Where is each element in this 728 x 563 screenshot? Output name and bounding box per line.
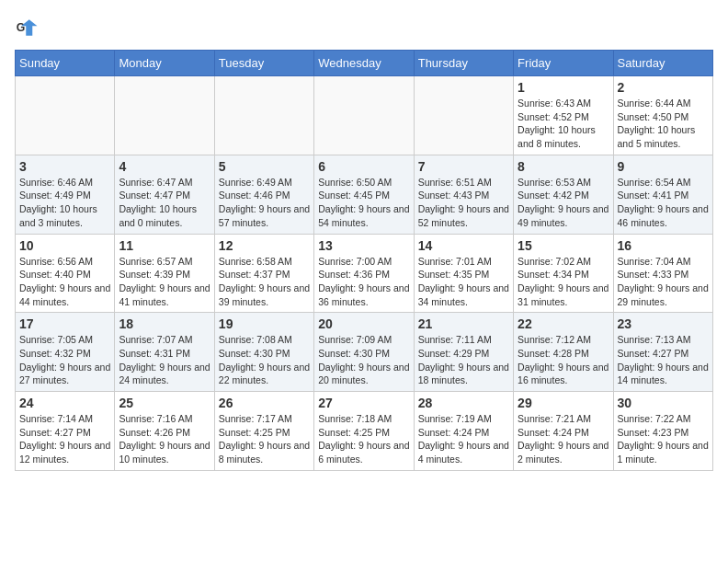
calendar-header-row: SundayMondayTuesdayWednesdayThursdayFrid…	[16, 51, 713, 76]
calendar-cell	[314, 76, 414, 155]
calendar-cell: 17Sunrise: 7:05 AM Sunset: 4:32 PM Dayli…	[16, 313, 115, 392]
day-number: 25	[119, 396, 210, 410]
calendar-cell: 6Sunrise: 6:50 AM Sunset: 4:45 PM Daylig…	[314, 155, 414, 234]
day-info: Sunrise: 6:54 AM Sunset: 4:41 PM Dayligh…	[618, 176, 709, 230]
day-number: 12	[219, 238, 310, 253]
day-number: 21	[418, 316, 509, 331]
day-info: Sunrise: 6:47 AM Sunset: 4:47 PM Dayligh…	[119, 176, 210, 230]
day-number: 17	[19, 316, 110, 331]
calendar-week-2: 3Sunrise: 6:46 AM Sunset: 4:49 PM Daylig…	[16, 155, 713, 234]
calendar-cell	[414, 76, 513, 155]
day-number: 3	[19, 159, 110, 174]
calendar-cell	[115, 76, 214, 155]
calendar-cell: 29Sunrise: 7:21 AM Sunset: 4:24 PM Dayli…	[514, 392, 613, 471]
day-number: 4	[119, 159, 210, 174]
calendar-body: 1Sunrise: 6:43 AM Sunset: 4:52 PM Daylig…	[16, 76, 713, 471]
day-number: 23	[618, 316, 709, 331]
day-number: 1	[518, 80, 609, 95]
logo-icon: G	[15, 15, 40, 40]
col-header-tuesday: Tuesday	[214, 51, 313, 76]
day-info: Sunrise: 7:00 AM Sunset: 4:36 PM Dayligh…	[318, 255, 409, 309]
day-number: 27	[318, 396, 409, 410]
day-number: 24	[19, 396, 110, 410]
day-info: Sunrise: 7:01 AM Sunset: 4:35 PM Dayligh…	[418, 255, 509, 309]
calendar-cell: 14Sunrise: 7:01 AM Sunset: 4:35 PM Dayli…	[414, 234, 513, 313]
day-number: 18	[119, 316, 210, 331]
day-info: Sunrise: 7:07 AM Sunset: 4:31 PM Dayligh…	[119, 333, 210, 387]
calendar-cell: 22Sunrise: 7:12 AM Sunset: 4:28 PM Dayli…	[514, 313, 613, 392]
calendar-cell: 15Sunrise: 7:02 AM Sunset: 4:34 PM Dayli…	[514, 234, 613, 313]
day-info: Sunrise: 7:05 AM Sunset: 4:32 PM Dayligh…	[19, 333, 110, 387]
calendar-cell: 27Sunrise: 7:18 AM Sunset: 4:25 PM Dayli…	[314, 392, 414, 471]
day-number: 26	[219, 396, 310, 410]
calendar-cell: 16Sunrise: 7:04 AM Sunset: 4:33 PM Dayli…	[613, 234, 712, 313]
calendar-cell: 13Sunrise: 7:00 AM Sunset: 4:36 PM Dayli…	[314, 234, 414, 313]
day-info: Sunrise: 7:13 AM Sunset: 4:27 PM Dayligh…	[618, 333, 709, 387]
col-header-friday: Friday	[514, 51, 613, 76]
day-info: Sunrise: 6:53 AM Sunset: 4:42 PM Dayligh…	[518, 176, 609, 230]
day-info: Sunrise: 6:58 AM Sunset: 4:37 PM Dayligh…	[219, 255, 310, 309]
col-header-monday: Monday	[115, 51, 214, 76]
day-number: 8	[518, 159, 609, 174]
day-number: 15	[518, 238, 609, 253]
calendar-cell: 18Sunrise: 7:07 AM Sunset: 4:31 PM Dayli…	[115, 313, 214, 392]
calendar-cell	[16, 76, 115, 155]
day-info: Sunrise: 6:51 AM Sunset: 4:43 PM Dayligh…	[418, 176, 509, 230]
calendar-cell: 2Sunrise: 6:44 AM Sunset: 4:50 PM Daylig…	[613, 76, 712, 155]
calendar-cell: 30Sunrise: 7:22 AM Sunset: 4:23 PM Dayli…	[613, 392, 712, 471]
col-header-saturday: Saturday	[613, 51, 712, 76]
day-info: Sunrise: 7:22 AM Sunset: 4:23 PM Dayligh…	[618, 412, 709, 466]
calendar-cell: 26Sunrise: 7:17 AM Sunset: 4:25 PM Dayli…	[214, 392, 313, 471]
col-header-wednesday: Wednesday	[314, 51, 414, 76]
calendar-week-3: 10Sunrise: 6:56 AM Sunset: 4:40 PM Dayli…	[16, 234, 713, 313]
day-info: Sunrise: 7:11 AM Sunset: 4:29 PM Dayligh…	[418, 333, 509, 387]
header: G	[15, 15, 713, 40]
day-number: 5	[219, 159, 310, 174]
day-number: 19	[219, 316, 310, 331]
col-header-thursday: Thursday	[414, 51, 513, 76]
calendar-cell: 5Sunrise: 6:49 AM Sunset: 4:46 PM Daylig…	[214, 155, 313, 234]
calendar-cell: 25Sunrise: 7:16 AM Sunset: 4:26 PM Dayli…	[115, 392, 214, 471]
calendar-cell: 8Sunrise: 6:53 AM Sunset: 4:42 PM Daylig…	[514, 155, 613, 234]
col-header-sunday: Sunday	[16, 51, 115, 76]
calendar-cell: 10Sunrise: 6:56 AM Sunset: 4:40 PM Dayli…	[16, 234, 115, 313]
calendar-cell: 9Sunrise: 6:54 AM Sunset: 4:41 PM Daylig…	[613, 155, 712, 234]
calendar-cell: 20Sunrise: 7:09 AM Sunset: 4:30 PM Dayli…	[314, 313, 414, 392]
day-number: 16	[618, 238, 709, 253]
day-info: Sunrise: 7:08 AM Sunset: 4:30 PM Dayligh…	[219, 333, 310, 387]
day-info: Sunrise: 6:49 AM Sunset: 4:46 PM Dayligh…	[219, 176, 310, 230]
day-number: 9	[618, 159, 709, 174]
calendar-cell	[214, 76, 313, 155]
day-number: 2	[618, 80, 709, 95]
day-info: Sunrise: 6:46 AM Sunset: 4:49 PM Dayligh…	[19, 176, 110, 230]
day-number: 6	[318, 159, 409, 174]
calendar-cell: 11Sunrise: 6:57 AM Sunset: 4:39 PM Dayli…	[115, 234, 214, 313]
day-number: 14	[418, 238, 509, 253]
calendar-cell: 4Sunrise: 6:47 AM Sunset: 4:47 PM Daylig…	[115, 155, 214, 234]
day-info: Sunrise: 7:12 AM Sunset: 4:28 PM Dayligh…	[518, 333, 609, 387]
calendar-cell: 19Sunrise: 7:08 AM Sunset: 4:30 PM Dayli…	[214, 313, 313, 392]
day-number: 22	[518, 316, 609, 331]
day-info: Sunrise: 7:19 AM Sunset: 4:24 PM Dayligh…	[418, 412, 509, 466]
day-info: Sunrise: 7:14 AM Sunset: 4:27 PM Dayligh…	[19, 412, 110, 466]
calendar-cell: 1Sunrise: 6:43 AM Sunset: 4:52 PM Daylig…	[514, 76, 613, 155]
calendar-cell: 28Sunrise: 7:19 AM Sunset: 4:24 PM Dayli…	[414, 392, 513, 471]
day-info: Sunrise: 6:50 AM Sunset: 4:45 PM Dayligh…	[318, 176, 409, 230]
logo: G	[15, 15, 44, 40]
calendar-cell: 7Sunrise: 6:51 AM Sunset: 4:43 PM Daylig…	[414, 155, 513, 234]
day-info: Sunrise: 7:02 AM Sunset: 4:34 PM Dayligh…	[518, 255, 609, 309]
day-info: Sunrise: 6:57 AM Sunset: 4:39 PM Dayligh…	[119, 255, 210, 309]
calendar-cell: 12Sunrise: 6:58 AM Sunset: 4:37 PM Dayli…	[214, 234, 313, 313]
day-number: 7	[418, 159, 509, 174]
calendar-week-1: 1Sunrise: 6:43 AM Sunset: 4:52 PM Daylig…	[16, 76, 713, 155]
day-number: 30	[618, 396, 709, 410]
day-info: Sunrise: 7:18 AM Sunset: 4:25 PM Dayligh…	[318, 412, 409, 466]
calendar-cell: 3Sunrise: 6:46 AM Sunset: 4:49 PM Daylig…	[16, 155, 115, 234]
day-number: 13	[318, 238, 409, 253]
day-info: Sunrise: 7:17 AM Sunset: 4:25 PM Dayligh…	[219, 412, 310, 466]
calendar-table: SundayMondayTuesdayWednesdayThursdayFrid…	[15, 50, 713, 471]
day-info: Sunrise: 7:09 AM Sunset: 4:30 PM Dayligh…	[318, 333, 409, 387]
calendar-cell: 24Sunrise: 7:14 AM Sunset: 4:27 PM Dayli…	[16, 392, 115, 471]
day-info: Sunrise: 7:16 AM Sunset: 4:26 PM Dayligh…	[119, 412, 210, 466]
day-info: Sunrise: 6:43 AM Sunset: 4:52 PM Dayligh…	[518, 97, 609, 151]
